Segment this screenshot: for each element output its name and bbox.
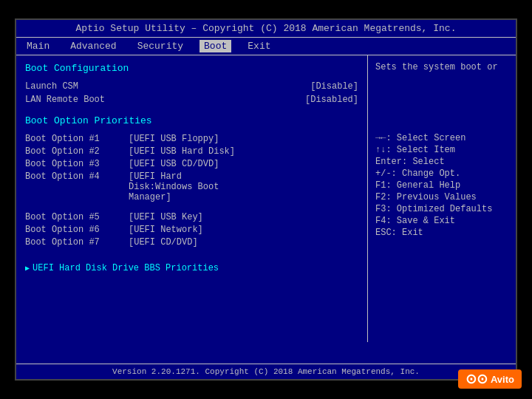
boot-option-2-row[interactable]: Boot Option #2 [UEFI USB Hard Disk] [25,146,358,157]
lan-remote-boot-label: LAN Remote Boot [25,95,105,105]
section-boot-config-title: Boot Configuration [25,63,358,74]
keybind-row: ESC: Exit [375,228,508,238]
keybind-row: F4: Save & Exit [375,216,508,226]
right-panel: Sets the system boot or →←: Select Scree… [368,55,516,342]
keybind-row: F1: General Help [375,180,508,191]
boot-option-7-label: Boot Option #7 [25,237,129,248]
launch-csm-label: Launch CSM [25,81,78,92]
boot-option-1-value: [UEFI USB Floppy] [129,134,219,144]
boot-option-5-row[interactable]: Boot Option #5 [UEFI USB Key] [25,212,358,222]
boot-option-5-value: [UEFI USB Key] [129,212,203,222]
bottom-bar: Version 2.20.1271. Copyright (C) 2018 Am… [16,364,516,379]
keybind-row: Enter: Select [375,157,508,167]
boot-option-1-row[interactable]: Boot Option #1 [UEFI USB Floppy] [25,134,358,144]
menu-item-boot[interactable]: Boot [200,40,231,52]
keybinds-section: →←: Select Screen↑↓: Select ItemEnter: S… [375,133,508,238]
content-area: Boot Configuration Launch CSM [Disable] … [16,55,516,342]
boot-option-3-value: [UEFI USB CD/DVD] [129,159,219,169]
uefi-hard-disk-link[interactable]: UEFI Hard Disk Drive BBS Priorities [25,263,358,273]
boot-option-7-value: [UEFI CD/DVD] [129,237,198,248]
keybind-row: ↑↓: Select Item [375,145,508,155]
title-bar: Aptio Setup Utility – Copyright (C) 2018… [16,20,516,38]
boot-option-4-label: Boot Option #4 [25,171,129,202]
launch-csm-row: Launch CSM [Disable] [25,81,358,92]
boot-option-5-label: Boot Option #5 [25,212,129,222]
boot-option-4-value: [UEFI HardDisk:Windows BootManager] [129,171,219,202]
uefi-hard-disk-label: UEFI Hard Disk Drive BBS Priorities [33,263,219,273]
lan-remote-boot-row: LAN Remote Boot [Disabled] [25,95,358,105]
boot-option-2-label: Boot Option #2 [25,146,129,157]
version-text: Version 2.20.1271. Copyright (C) 2018 Am… [112,367,420,376]
menu-item-main[interactable]: Main [22,40,54,52]
menu-item-exit[interactable]: Exit [243,40,275,52]
menu-item-security[interactable]: Security [133,40,188,52]
title-text: Aptio Setup Utility – Copyright (C) 2018… [76,23,457,34]
boot-option-6-label: Boot Option #6 [25,225,129,235]
keybind-row: +/-: Change Opt. [375,168,508,179]
boot-option-3-label: Boot Option #3 [25,159,129,169]
boot-option-6-row[interactable]: Boot Option #6 [UEFI Network] [25,225,358,235]
boot-option-4-row[interactable]: Boot Option #4 [UEFI HardDisk:Windows Bo… [25,171,358,202]
boot-option-1-label: Boot Option #1 [25,134,129,144]
menu-bar: MainAdvancedSecurityBootExit [16,38,516,55]
keybind-row: →←: Select Screen [375,133,508,143]
keybind-row: F3: Optimized Defaults [375,204,508,214]
boot-option-2-value: [UEFI USB Hard Disk] [129,146,235,157]
section-boot-priorities-title: Boot Option Priorities [25,115,358,126]
menu-item-advanced[interactable]: Advanced [66,40,120,52]
boot-option-3-row[interactable]: Boot Option #3 [UEFI USB CD/DVD] [25,159,358,169]
launch-csm-value: [Disable] [310,81,358,92]
lan-remote-boot-value: [Disabled] [305,95,358,105]
boot-option-7-row[interactable]: Boot Option #7 [UEFI CD/DVD] [25,237,358,248]
avito-badge: ⊙⊙ Avito [458,369,522,389]
boot-option-6-value: [UEFI Network] [129,225,203,235]
avito-logo-text: Avito [491,374,514,385]
left-panel: Boot Configuration Launch CSM [Disable] … [16,55,368,342]
keybind-row: F2: Previous Values [375,192,508,202]
hint-text: Sets the system boot or [375,61,508,74]
